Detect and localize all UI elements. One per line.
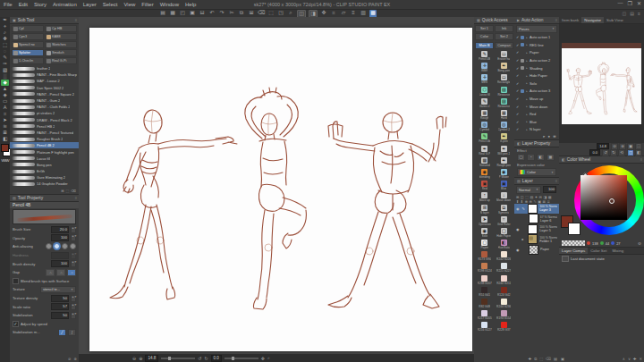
gap-option[interactable]: ∴ — [46, 269, 55, 276]
checkbox-icon[interactable]: ✓ — [516, 81, 519, 86]
property-value[interactable]: 20.0 — [51, 226, 69, 233]
brush-item[interactable]: 14 Graphite Powder — [10, 181, 79, 187]
quick-access-item[interactable]: ▭Eraser ha — [495, 50, 514, 62]
auto-action-item[interactable]: ✓▸N layer — [514, 126, 559, 134]
color-swatch-item[interactable]: R242 G226 — [495, 250, 514, 262]
sub-tool-preset[interactable]: 1-Checlin — [12, 57, 44, 64]
brush-item[interactable]: Dan Spen 1602 2 — [10, 85, 79, 91]
navigator-rotation-value[interactable]: 0.0 — [589, 149, 600, 156]
quick-access-item[interactable]: ▣Blue — [495, 180, 514, 191]
brush-item[interactable]: PAINT - Cloth Folds 2 — [10, 104, 79, 110]
zoom-slider[interactable] — [161, 358, 195, 359]
color-swatch-item[interactable]: R216 G227 — [475, 321, 495, 333]
anti-aliasing-option[interactable] — [62, 243, 68, 249]
collapse-icon[interactable]: ≡ — [75, 196, 77, 200]
sub-tool-footer-icon-2[interactable]: ⌫ — [71, 189, 76, 193]
menu-view[interactable]: View — [123, 2, 135, 7]
expression-color-dropdown[interactable]: Color ▼ — [517, 168, 556, 176]
color-swatch-item[interactable]: R217 G205 — [475, 309, 495, 321]
brush-item[interactable]: MAP - Loose 2 — [10, 78, 79, 84]
quick-access-item[interactable]: ✒G-pen — [495, 132, 514, 144]
saturation-value-square[interactable] — [580, 175, 627, 220]
effect-button-3[interactable]: ▦ — [547, 154, 555, 161]
tab-sub-view[interactable]: Sub View — [604, 17, 625, 23]
checkbox-icon[interactable]: ✓ — [516, 127, 519, 131]
layer-footer-icon-2[interactable]: ⬚ — [539, 357, 543, 361]
checkbox-icon[interactable]: ✓ — [516, 105, 519, 109]
layer-footer-icon-1[interactable]: ⧉ — [534, 357, 537, 361]
selection-tool[interactable]: ⬚ — [1, 42, 9, 48]
navigator-rotate-icon-1[interactable]: ↻ — [610, 149, 617, 156]
quick-access-item[interactable]: ✎Pencil 4B — [475, 50, 495, 62]
brush-item[interactable]: PAINT - Gum 2 — [10, 97, 79, 104]
quick-access-item[interactable]: ◉Solo — [475, 227, 495, 239]
quick-access-item[interactable]: ▢Paper — [475, 239, 495, 250]
auto-action-item[interactable]: ✓▸Blue — [514, 118, 559, 126]
quick-access-item[interactable]: ◎Cymbol — [475, 121, 495, 132]
spinner-arrows[interactable]: ▲▼ — [71, 260, 76, 267]
property-value[interactable]: 100 — [51, 234, 69, 241]
checkbox-icon[interactable]: ✓ — [516, 66, 519, 71]
pencil-tool[interactable]: ✎ — [1, 55, 9, 61]
spinner-arrows[interactable]: ▲▼ — [71, 303, 76, 310]
effect-button-0[interactable]: ◯ — [517, 154, 525, 161]
menu-window[interactable]: Window — [160, 2, 179, 7]
spinner-arrows[interactable]: ▲▼ — [71, 312, 76, 319]
checkbox-icon[interactable]: ✓ — [516, 73, 519, 78]
rotation-slider[interactable] — [225, 358, 258, 359]
primary-color[interactable] — [1, 144, 9, 152]
property-value[interactable]: 57 — [51, 303, 69, 310]
sub-tool-footer-icon-1[interactable]: ⬚ — [66, 189, 70, 193]
eyedropper-tool[interactable]: ◆ — [1, 80, 9, 86]
airbrush-tool[interactable]: ▨ — [1, 67, 9, 73]
auto-action-item[interactable]: ✓▸Solo — [514, 80, 559, 88]
brush-item[interactable]: Rougher Brush 2 — [10, 136, 79, 142]
gap-option[interactable]: ∴ — [67, 269, 76, 276]
auto-action-item[interactable]: ✓▸Auto action 1 — [514, 34, 559, 42]
quick-access-item[interactable]: ▦Hard — [495, 109, 514, 121]
canvas[interactable] — [89, 28, 472, 351]
quick-access-item[interactable]: ⧉Symetric — [495, 203, 514, 215]
checkbox-icon[interactable]: ✓ — [516, 88, 519, 93]
text-tool[interactable]: A — [1, 105, 9, 111]
auto-action-footer-icon-0[interactable]: ▸ — [543, 134, 545, 139]
property-value[interactable] — [51, 252, 69, 259]
tab-layer-comps[interactable]: Layer Comps — [559, 248, 588, 254]
auto-action-item[interactable]: ✓▸Auto action 3 — [514, 88, 559, 96]
layer-row[interactable]: ◉✎100 % NormalLayer 3 — [514, 204, 559, 215]
spinner-arrows[interactable]: ▲▼ — [71, 226, 76, 233]
checkbox-icon[interactable]: ✓ — [516, 58, 519, 63]
tab-item-bank[interactable]: Item bank — [559, 17, 581, 23]
magnifier-tool[interactable]: ⌕ — [1, 29, 9, 36]
navigator-thumbnail[interactable] — [562, 48, 641, 124]
brush-item[interactable]: Pencil HB 2 — [10, 123, 79, 130]
layer-toolbar-icon[interactable]: ≣ — [547, 199, 549, 204]
menu-select[interactable]: Select — [103, 2, 118, 7]
minimize-button[interactable]: — — [618, 0, 623, 6]
layer-row[interactable]: 67 % NormalLayer 6 — [514, 214, 559, 224]
quick-access-item[interactable]: ✒Real G-P — [475, 145, 495, 156]
tab-mixing[interactable]: Mixing — [609, 248, 626, 254]
checkbox-icon[interactable]: ✓ — [516, 97, 519, 101]
color-swatch-item[interactable]: R82 G48 — [475, 298, 495, 309]
layer-comps-footer-icon-3[interactable]: ✕ — [639, 357, 642, 361]
auto-action-item[interactable]: ✓▸Auto action 2 — [514, 56, 559, 64]
color-swatch-item[interactable]: R124 G42 — [495, 286, 514, 298]
auto-action-item[interactable]: ✓▸RED line — [514, 41, 559, 49]
quick-access-tab[interactable]: Set 1 — [475, 25, 494, 32]
quick-access-item[interactable]: ▦Rough — [475, 109, 495, 121]
layer-toolbar-icon[interactable]: ✎ — [533, 199, 536, 204]
layer-comps-camera-icon[interactable]: ▣ — [561, 357, 564, 361]
sub-tool-preset[interactable]: Splatter — [12, 49, 44, 56]
checkbox-icon[interactable]: ✓ — [516, 50, 519, 55]
figure-tool[interactable]: ▭ — [1, 98, 9, 105]
checkbox[interactable]: ✓ — [13, 321, 19, 327]
action-set-dropdown[interactable]: Poses ▼ — [516, 25, 557, 33]
layer-comps-footer-icon-2[interactable]: ✚ — [633, 357, 637, 361]
tool-property-footer-icon-1[interactable]: ⊕ — [73, 357, 77, 361]
menu-story[interactable]: Story — [34, 2, 47, 7]
fill-tool[interactable]: ▲ — [1, 86, 9, 92]
menu-file[interactable]: File — [4, 2, 13, 7]
sv-cursor[interactable] — [609, 198, 614, 204]
brush-item[interactable]: ErGh — [10, 168, 79, 174]
